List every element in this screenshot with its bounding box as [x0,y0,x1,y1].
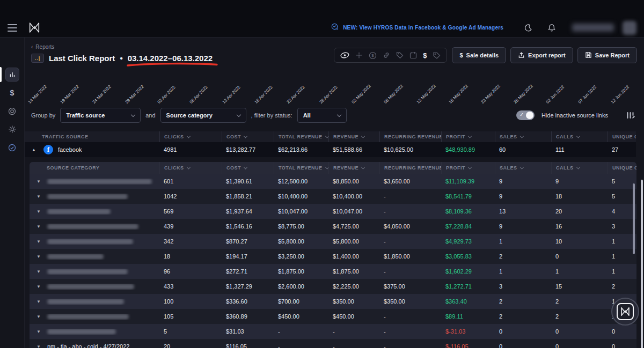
col-clicks[interactable]: CLICKS [159,162,222,174]
expand-icon[interactable]: ▼ [36,284,41,289]
group-by-label: Group by [31,112,55,119]
source-category-name-redacted [47,284,134,290]
export-report-button[interactable]: Export report [511,48,573,63]
cost-cell: $13,282.77 [222,146,274,153]
currency-icon[interactable]: $ [423,51,427,60]
col-profit[interactable]: PROFIT [441,131,495,142]
expand-icon[interactable]: ▼ [36,224,41,229]
refund-coin-icon[interactable]: $ [369,51,377,60]
expand-icon[interactable]: ▼ [36,179,41,184]
col-recurring-revenue[interactable]: RECURRING REVENUE [379,131,441,142]
sidebar-item-tracking[interactable] [0,103,25,119]
group-by-select[interactable]: Traffic source [60,108,141,123]
avatar[interactable] [623,21,636,35]
link-icon[interactable] [383,51,390,59]
sale-details-label: Sale details [466,52,499,58]
user-name-redacted [572,24,614,32]
table-row[interactable]: ▼ 1042$1,858.21$10,400.00$10,400.00-$8,5… [30,189,636,204]
total-revenue-cell: $62,213.66 [274,146,328,153]
col-sales[interactable]: SALES [495,162,551,174]
menu-icon[interactable] [8,24,17,32]
expand-icon[interactable]: ▼ [36,314,41,319]
expand-icon[interactable]: ▼ [36,269,41,274]
expand-icon[interactable]: ▼ [36,254,41,259]
col-total-revenue[interactable]: TOTAL REVENUE [274,162,328,174]
sale-details-button[interactable]: $ Sale details [452,48,506,63]
expand-icon[interactable]: ▼ [36,329,41,334]
col-unique-customers[interactable]: UNIQUE CUS [608,162,636,174]
column-settings-icon[interactable] [626,111,635,120]
sidebar-item-reports[interactable] [0,67,25,83]
table-row[interactable]: ▼ 342$870.27$5,800.00$5,800.00-$4,929.73… [30,234,636,249]
announcement-banner[interactable]: NEW: View HYROS Data in Facebook & Googl… [331,23,503,33]
expand-icon[interactable]: ▼ [36,209,41,214]
table-row[interactable]: ▼ 96$272.71$1,875.00$1,875.00-$1,602.291… [30,264,636,279]
table-row[interactable]: ▼ 569$1,937.64$10,047.00$10,047.00-$8,10… [30,204,636,219]
table-row[interactable]: ▼ 100$336.60$700.00$350.00$350.00$363.40… [30,294,636,309]
table-row[interactable]: ▼nm - tla - abo - cold - 4/27/2022 20$11… [30,339,636,348]
sidebar-item-settings[interactable] [0,121,25,137]
col-total-revenue[interactable]: TOTAL REVENUE [274,131,328,142]
table-row[interactable]: ▼ 18$194.17$3,250.00$1,400.00$1,850.00$3… [30,249,636,264]
visibility-icon[interactable] [340,51,349,59]
col-revenue[interactable]: REVENUE [328,162,379,174]
status-filter-label: , filter by status: [251,112,292,119]
hyros-floating-badge[interactable] [611,298,639,326]
table-row[interactable]: ▼ 433$1,327.29$2,600.00$2,225.00$375.00$… [30,279,636,294]
col-revenue[interactable]: REVENUE [328,131,379,142]
save-report-button[interactable]: Save Report [578,48,636,63]
timeline-date: 18 Apr 2022 [254,85,274,105]
col-profit[interactable]: PROFIT [441,162,495,174]
sort-icon [186,134,190,138]
dollar-icon: $ [459,52,463,58]
traffic-source-row-facebook[interactable]: ▲ f facebook 4981 $13,282.77 $62,213.66 … [25,142,636,157]
sort-icon [519,165,523,169]
expand-icon[interactable]: ▼ [36,299,41,304]
breadcrumb[interactable]: ‹Reports [31,44,54,50]
col-cost[interactable]: COST [222,162,274,174]
ad-tag-icon[interactable] [433,51,441,60]
tag-icon[interactable] [396,51,404,59]
date-range[interactable]: 03.14.2022–06.13.2022 [128,54,213,63]
col-recurring-revenue[interactable]: RECURRING REVENUE [379,162,441,174]
expand-icon[interactable]: ▼ [36,344,41,349]
sidebar-item-sales[interactable]: $ [0,85,25,101]
sidebar-item-tasks[interactable] [0,139,25,156]
col-calls[interactable]: CALLS [551,162,608,174]
save-icon [585,51,592,60]
calendar-icon[interactable] [409,51,417,59]
secondary-group-select[interactable]: Source category [160,108,246,123]
sort-icon [186,165,190,169]
sidebar-item-dashboard[interactable] [0,48,25,64]
col-clicks[interactable]: CLICKS [159,131,222,142]
collapse-icon[interactable]: ▲ [32,147,36,152]
source-category-name-redacted [47,209,111,215]
top-bar: NEW: View HYROS Data in Facebook & Googl… [0,0,644,38]
table-row[interactable]: ▼ 439$1,546.16$8,775.00$4,725.00$4,050.0… [30,219,636,234]
timeline-date: 24 Mar 2022 [92,84,112,105]
optimization-icon[interactable] [355,51,363,59]
dollar-icon: $ [5,86,19,100]
table-row[interactable]: ▼ 105$360.89$450.00$450.00-$89.11221 [30,309,636,324]
expand-icon[interactable]: ▼ [36,194,41,199]
revenue-cell: $51,588.66 [328,146,379,153]
col-sales[interactable]: SALES [495,131,551,142]
notifications-bell-icon[interactable] [547,24,556,32]
expand-icon[interactable]: ▼ [36,239,41,244]
col-cost[interactable]: COST [222,131,274,142]
timeline-date: 02 Jun 2022 [545,84,566,105]
profit-cell: $48,930.89 [441,146,495,153]
table-row[interactable]: ▼ 601$1,390.61$12,500.00$8,850.00$3,650.… [30,174,636,189]
page-scrollbar[interactable] [641,180,643,348]
col-unique-customers[interactable]: UNIQUE CU [608,131,636,142]
status-select[interactable]: All [297,108,347,123]
sub-table-scrollbar[interactable] [633,183,635,254]
table-row[interactable]: ▼ 5$31.03---$-31.03000 [30,324,636,339]
col-calls[interactable]: CALLS [551,131,608,142]
hide-inactive-label: Hide inactive source links [541,112,608,119]
facebook-icon: f [43,145,53,154]
dark-mode-icon[interactable] [524,24,532,32]
sort-icon [244,134,247,138]
save-report-label: Save Report [595,52,630,58]
hide-inactive-toggle[interactable]: ✓ [516,110,535,120]
